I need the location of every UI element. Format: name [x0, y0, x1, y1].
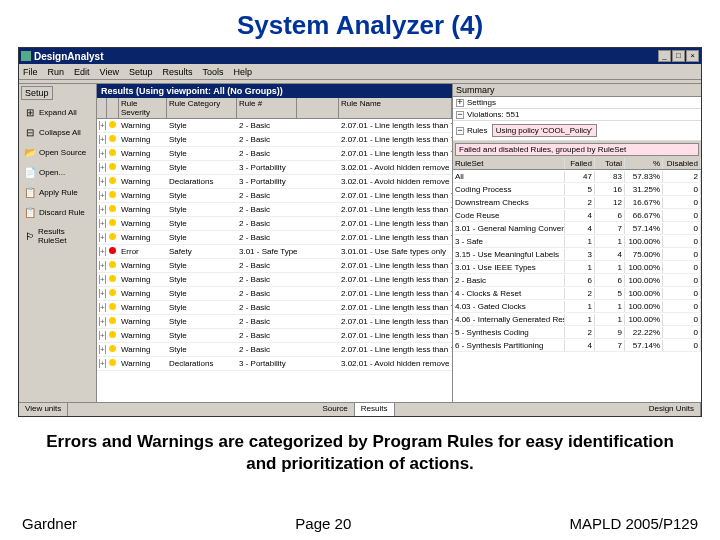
col-total[interactable]: Total [595, 158, 625, 169]
col-spacer[interactable] [297, 98, 339, 118]
summary-row[interactable]: 3.01 - General Naming Convention4757.14%… [453, 222, 701, 235]
summary-row[interactable]: 2 - Basic66100.00%0 [453, 274, 701, 287]
summary-row[interactable]: Code Reuse4666.67%0 [453, 209, 701, 222]
expand-icon[interactable]: + [99, 247, 106, 256]
table-row[interactable]: +WarningStyle2 - Basic2.07.01 - Line len… [97, 189, 452, 203]
summary-row[interactable]: 4 - Clocks & Reset25100.00%0 [453, 287, 701, 300]
expand-icon[interactable]: + [99, 205, 106, 214]
cell-rulename: 2.07.01 - Line length less than 72 [339, 345, 452, 354]
expand-icon[interactable]: + [99, 303, 106, 312]
table-row[interactable]: +ErrorSafety3.01 - Safe Types3.01.01 - U… [97, 245, 452, 259]
sidebar-icon: 🏳 [24, 231, 35, 242]
table-row[interactable]: +WarningStyle2 - Basic2.07.01 - Line len… [97, 315, 452, 329]
col-severity[interactable]: Rule Severity [119, 98, 167, 118]
col-ruleset[interactable]: Rule # [237, 98, 297, 118]
expand-icon[interactable]: + [99, 191, 106, 200]
minimize-button[interactable]: _ [658, 50, 671, 62]
summary-settings[interactable]: +Settings [453, 97, 701, 109]
expand-icon[interactable]: + [99, 121, 106, 130]
expand-icon[interactable]: + [99, 275, 106, 284]
table-row[interactable]: +WarningDeclarations3 - Portability3.02.… [97, 357, 452, 371]
table-row[interactable]: +WarningStyle2 - Basic2.07.01 - Line len… [97, 147, 452, 161]
summary-row[interactable]: 4.03 - Gated Clocks11100.00%0 [453, 300, 701, 313]
col-sev-icon[interactable] [107, 98, 119, 118]
col-disabled[interactable]: Disabled [663, 158, 701, 169]
col-category[interactable]: Rule Category [167, 98, 237, 118]
expand-icon[interactable]: + [99, 289, 106, 298]
menu-tools[interactable]: Tools [202, 67, 223, 77]
expand-icon[interactable]: + [99, 331, 106, 340]
table-row[interactable]: +WarningStyle2 - Basic2.07.01 - Line len… [97, 259, 452, 273]
table-row[interactable]: +WarningStyle2 - Basic2.07.01 - Line len… [97, 119, 452, 133]
summary-row[interactable]: Coding Process51631.25%0 [453, 183, 701, 196]
col-failed[interactable]: Failed [565, 158, 595, 169]
col-expand[interactable] [97, 98, 107, 118]
expand-icon[interactable]: + [99, 345, 106, 354]
expand-icon[interactable]: + [99, 233, 106, 242]
sidebar-item[interactable]: ⊟Collapse All [21, 123, 94, 142]
minus-icon[interactable]: − [456, 111, 464, 119]
col-pct[interactable]: % [625, 158, 663, 169]
table-row[interactable]: +WarningStyle2 - Basic2.07.01 - Line len… [97, 273, 452, 287]
cell-pct: 31.25% [625, 184, 663, 195]
close-button[interactable]: × [686, 50, 699, 62]
summary-row[interactable]: 5 - Synthesis Coding2922.22%0 [453, 326, 701, 339]
minus-icon[interactable]: − [456, 127, 464, 135]
menu-file[interactable]: File [23, 67, 38, 77]
cell-category: Style [167, 317, 237, 326]
table-row[interactable]: +WarningStyle2 - Basic2.07.01 - Line len… [97, 329, 452, 343]
sidebar-item[interactable]: 📋Discard Rule [21, 203, 94, 222]
sidebar-item[interactable]: ⊞Expand All [21, 103, 94, 122]
expand-icon[interactable]: + [99, 219, 106, 228]
results-grid[interactable]: +WarningStyle2 - Basic2.07.01 - Line len… [97, 119, 452, 402]
summary-row[interactable]: 6 - Synthesis Partitioning4757.14%0 [453, 339, 701, 352]
expand-icon[interactable]: + [99, 163, 106, 172]
menu-run[interactable]: Run [48, 67, 65, 77]
expand-icon[interactable]: + [99, 149, 106, 158]
tab-results[interactable]: Results [355, 403, 395, 416]
expand-icon[interactable]: + [99, 359, 106, 368]
menu-results[interactable]: Results [162, 67, 192, 77]
col-rulename[interactable]: Rule Name [339, 98, 452, 118]
table-row[interactable]: +WarningDeclarations3 - Portability3.02.… [97, 175, 452, 189]
sidebar-tab[interactable]: Setup [21, 86, 53, 100]
cell-ruleset: 6 - Synthesis Partitioning [453, 340, 565, 351]
menu-setup[interactable]: Setup [129, 67, 153, 77]
sidebar-item[interactable]: 🏳Results RuleSet [21, 223, 94, 249]
table-row[interactable]: +WarningStyle2 - Basic2.07.01 - Line len… [97, 217, 452, 231]
expand-icon[interactable]: + [99, 177, 106, 186]
summary-rules[interactable]: −Rules Using policy 'COOL_Policy' [453, 121, 701, 141]
sidebar-item[interactable]: 📂Open Source [21, 143, 94, 162]
summary-violations[interactable]: −Violations: 551 [453, 109, 701, 121]
menu-edit[interactable]: Edit [74, 67, 90, 77]
tab-source[interactable]: Source [316, 403, 354, 416]
table-row[interactable]: +WarningStyle3 - Portability3.02.01 - Av… [97, 161, 452, 175]
sidebar-item[interactable]: 📄Open... [21, 163, 94, 182]
summary-row[interactable]: 4.06 - Internally Generated Resets11100.… [453, 313, 701, 326]
sidebar-item[interactable]: 📋Apply Rule [21, 183, 94, 202]
summary-row[interactable]: 3 - Safe11100.00%0 [453, 235, 701, 248]
summary-row[interactable]: 3.01 - Use IEEE Types11100.00%0 [453, 261, 701, 274]
tab-designunits[interactable]: Design Units [643, 403, 701, 416]
col-ruleset[interactable]: RuleSet [453, 158, 565, 169]
summary-grid[interactable]: RuleSet Failed Total % Disabled All47835… [453, 158, 701, 402]
summary-row[interactable]: Downstream Checks21216.67%0 [453, 196, 701, 209]
expand-icon[interactable]: + [99, 261, 106, 270]
table-row[interactable]: +WarningStyle2 - Basic2.07.01 - Line len… [97, 231, 452, 245]
expand-icon[interactable]: + [99, 135, 106, 144]
table-row[interactable]: +WarningStyle2 - Basic2.07.01 - Line len… [97, 203, 452, 217]
table-row[interactable]: +WarningStyle2 - Basic2.07.01 - Line len… [97, 287, 452, 301]
summary-row[interactable]: 3.15 - Use Meaningful Labels3475.00%0 [453, 248, 701, 261]
summary-row[interactable]: All478357.83%2 [453, 170, 701, 183]
table-row[interactable]: +WarningStyle2 - Basic2.07.01 - Line len… [97, 133, 452, 147]
menu-help[interactable]: Help [233, 67, 252, 77]
table-row[interactable]: +WarningStyle2 - Basic2.07.01 - Line len… [97, 343, 452, 357]
titlebar[interactable]: DesignAnalyst _ □ × [19, 48, 701, 64]
cell-failed: 4 [565, 210, 595, 221]
tab-viewunits[interactable]: View units [19, 403, 68, 416]
plus-icon[interactable]: + [456, 99, 464, 107]
menu-view[interactable]: View [100, 67, 119, 77]
maximize-button[interactable]: □ [672, 50, 685, 62]
expand-icon[interactable]: + [99, 317, 106, 326]
table-row[interactable]: +WarningStyle2 - Basic2.07.01 - Line len… [97, 301, 452, 315]
